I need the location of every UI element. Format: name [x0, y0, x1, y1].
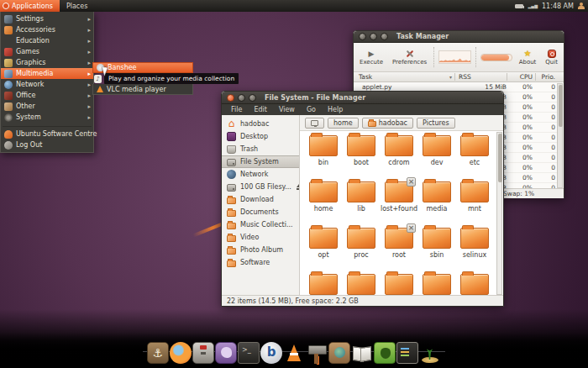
wifi-icon[interactable]: ▂▄▆ [528, 3, 538, 8]
menu-item-office[interactable]: Office▸ [1, 90, 93, 101]
task-manager-titlebar[interactable]: Task Manager [354, 31, 564, 43]
breadcrumb-home[interactable]: home [328, 118, 359, 129]
file-grid-scrollbar[interactable] [496, 132, 502, 295]
island-app-icon[interactable] [419, 342, 441, 364]
banshee-icon[interactable] [260, 342, 282, 364]
folder-sbin[interactable]: sbin [419, 228, 454, 273]
submenu-item-vlc[interactable]: VLC media player [92, 84, 193, 95]
menu-item-label: Ubuntu Software Centre [16, 130, 97, 138]
close-button[interactable] [359, 33, 366, 40]
package-installer-icon[interactable] [192, 342, 214, 364]
breadcrumb-pictures[interactable]: Pictures [417, 118, 455, 129]
menu-edit[interactable]: Edit [248, 106, 273, 113]
menu-view[interactable]: View [273, 106, 301, 113]
sidebar-item-file-system[interactable]: File System [222, 155, 299, 168]
sidebar-item-photo-album[interactable]: Photo Album [222, 244, 299, 256]
menu-help[interactable]: Help [322, 106, 349, 113]
preferences-button[interactable]: Preferences [390, 48, 429, 66]
execute-button[interactable]: ▶ Execute [357, 48, 386, 66]
menu-item-network[interactable]: Network▸ [1, 79, 93, 90]
menu-item-system[interactable]: System▸ [1, 112, 93, 123]
breadcrumb-hadobac[interactable]: hadobac [362, 118, 413, 129]
sidebar-item-desktop[interactable]: Desktop [222, 130, 299, 143]
folder-cdrom[interactable]: cdrom [381, 135, 417, 181]
minimize-button[interactable] [370, 33, 377, 40]
column-prio[interactable]: Prio. [535, 73, 557, 81]
folder-lost-found[interactable]: ×lost+found [381, 181, 417, 227]
menu-item-graphics[interactable]: Graphics▸ [1, 57, 93, 68]
quit-button[interactable]: Quit [543, 48, 560, 66]
scrollbar-thumb[interactable] [498, 134, 502, 182]
folder-partial[interactable] [306, 274, 341, 295]
software-store-icon[interactable] [328, 342, 350, 364]
folder-home[interactable]: home [306, 181, 341, 227]
sidebar-item-music-collecti[interactable]: Music Collecti... [222, 218, 299, 231]
sidebar-item-trash[interactable]: Trash [222, 143, 299, 155]
sidebar-item-hadobac[interactable]: ⌂hadobac [222, 118, 299, 130]
menu-file[interactable]: File [225, 106, 248, 113]
menu-item-ubuntu-software-centre[interactable]: Ubuntu Software Centre [1, 129, 93, 139]
folder-partial[interactable] [381, 274, 417, 295]
terminal-icon[interactable] [238, 342, 260, 364]
sidebar-item-software[interactable]: Software [222, 256, 299, 269]
folder-partial[interactable] [419, 274, 454, 295]
sidebar-item-network[interactable]: Network [222, 168, 299, 181]
folder-etc[interactable]: etc [457, 135, 492, 181]
folder-label: opt [318, 251, 328, 259]
clock[interactable]: 11:48 AM [542, 3, 574, 10]
file-manager-titlebar[interactable]: File System - File Manager [222, 92, 503, 104]
task-scrollbar[interactable] [557, 83, 563, 188]
menu-item-multimedia[interactable]: Multimedia▸ [1, 68, 93, 79]
maximize-button[interactable] [381, 33, 388, 40]
scrollbar-thumb[interactable] [559, 85, 563, 127]
column-rss[interactable]: RSS [454, 73, 507, 81]
gnu-app-icon[interactable] [374, 342, 396, 364]
folder-partial[interactable] [457, 274, 492, 295]
folder-boot[interactable]: boot [344, 135, 379, 181]
folder-bin[interactable]: bin [306, 135, 341, 181]
menu-item-accessories[interactable]: Accessories▸ [1, 24, 93, 35]
sidebar-item-100-gb-filesy[interactable]: 100 GB Filesy... [222, 181, 299, 193]
folder-dev[interactable]: dev [419, 135, 454, 181]
menu-item-other[interactable]: Other▸ [1, 101, 93, 112]
battery-icon[interactable] [515, 4, 523, 8]
applications-menu-button[interactable]: Applications [0, 0, 60, 12]
about-button[interactable]: ★ About [517, 48, 539, 66]
cell-cpu: 0% [507, 113, 535, 121]
column-task[interactable]: Task ▾ [354, 73, 454, 81]
sidebar-item-video[interactable]: Video [222, 231, 299, 244]
maximize-button[interactable] [249, 94, 256, 102]
folder-selinux[interactable]: selinux [457, 228, 492, 273]
folder-opt[interactable]: opt [306, 228, 341, 273]
anchor-app-icon[interactable] [147, 342, 169, 364]
sidebar-item-download[interactable]: Download [222, 193, 299, 206]
menu-item-log-out[interactable]: Log Out [1, 139, 93, 150]
quit-icon [548, 50, 556, 58]
column-cpu[interactable]: CPU [507, 73, 535, 81]
folder-mnt[interactable]: mnt [457, 181, 492, 227]
menu-item-education[interactable]: Education▸ [1, 35, 93, 46]
user-icon[interactable] [578, 3, 585, 9]
eject-icon[interactable] [296, 184, 297, 191]
signpost-app-icon[interactable] [306, 342, 328, 364]
menu-item-games[interactable]: Games▸ [1, 46, 93, 57]
menu-go[interactable]: Go [301, 106, 322, 113]
pidgin-icon[interactable] [215, 342, 237, 364]
folder-media[interactable]: media [419, 181, 454, 227]
dictionary-icon[interactable] [351, 342, 373, 364]
minimize-button[interactable] [238, 94, 245, 102]
folder-lib[interactable]: lib [344, 181, 379, 227]
firefox-icon[interactable] [170, 342, 192, 364]
vlc-icon[interactable] [283, 342, 305, 364]
submenu-arrow-icon: ▸ [87, 38, 91, 45]
breadcrumb-filesystem-root[interactable] [305, 118, 324, 129]
menu-item-settings[interactable]: Settings▸ [1, 13, 93, 24]
folder-root[interactable]: ×root [381, 228, 417, 273]
console-app-icon[interactable] [396, 342, 418, 364]
places-menu-button[interactable]: Places [60, 0, 94, 12]
sidebar-item-documents[interactable]: Documents [222, 206, 299, 218]
folder-proc[interactable]: proc [344, 228, 379, 273]
close-button[interactable] [227, 94, 234, 102]
folder-partial[interactable] [344, 274, 379, 295]
submenu-arrow-icon: ▸ [87, 16, 91, 23]
